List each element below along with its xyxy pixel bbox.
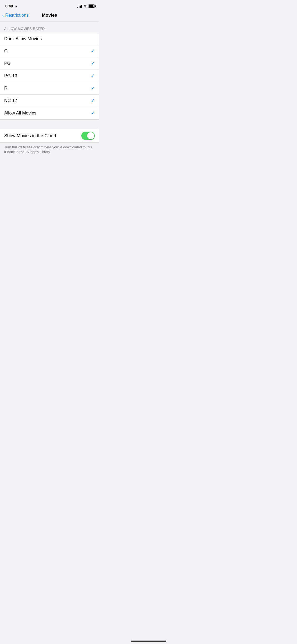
- checkmark-icon-allow-all: ✓: [91, 110, 95, 116]
- signal-bar-2: [79, 6, 79, 8]
- cloud-toggle[interactable]: [81, 132, 95, 140]
- status-bar: 6:40 ➤ ⊛: [0, 0, 99, 11]
- checkmark-icon-pg13: ✓: [91, 73, 95, 79]
- page-title: Movies: [42, 13, 57, 18]
- rating-label-pg13: PG-13: [4, 73, 17, 79]
- signal-bar-4: [81, 5, 82, 8]
- clock: 6:40: [5, 4, 13, 8]
- wifi-icon: ⊛: [84, 4, 87, 8]
- signal-bar-1: [77, 7, 78, 8]
- location-icon: ➤: [15, 5, 17, 8]
- rating-label-allow-all: Allow All Movies: [4, 111, 36, 116]
- rating-item-nc17[interactable]: NC-17✓: [0, 95, 99, 107]
- checkmark-icon-nc17: ✓: [91, 98, 95, 104]
- rating-item-g[interactable]: G✓: [0, 45, 99, 57]
- battery-fill: [89, 5, 93, 7]
- signal-bar-3: [80, 6, 81, 8]
- rating-item-allow-all[interactable]: Allow All Movies✓: [0, 107, 99, 119]
- status-icons: ⊛: [77, 4, 95, 8]
- nav-bar: ‹ Restrictions Movies: [0, 11, 99, 21]
- rating-item-r[interactable]: R✓: [0, 82, 99, 95]
- section-header-rated: ALLOW MOVIES RATED: [0, 21, 99, 33]
- rating-item-pg[interactable]: PG✓: [0, 57, 99, 70]
- rating-label-nc17: NC-17: [4, 98, 17, 103]
- signal-icon: [77, 5, 82, 8]
- cloud-section: Show Movies in the Cloud Turn this off t…: [0, 129, 99, 159]
- checkmark-icon-g: ✓: [91, 48, 95, 54]
- toggle-knob: [87, 132, 94, 139]
- battery-icon: [88, 4, 95, 8]
- rating-label-dont-allow: Don't Allow Movies: [4, 36, 42, 42]
- rating-item-pg13[interactable]: PG-13✓: [0, 70, 99, 82]
- rating-item-dont-allow[interactable]: Don't Allow Movies: [0, 33, 99, 45]
- checkmark-icon-pg: ✓: [91, 61, 95, 66]
- chevron-left-icon: ‹: [2, 13, 4, 18]
- status-time-area: 6:40 ➤: [5, 4, 17, 8]
- checkmark-icon-r: ✓: [91, 85, 95, 91]
- cloud-toggle-label: Show Movies in the Cloud: [4, 133, 56, 139]
- back-label: Restrictions: [5, 13, 29, 18]
- cloud-toggle-row: Show Movies in the Cloud: [0, 129, 99, 143]
- cloud-helper-text: Turn this off to see only movies you've …: [0, 143, 99, 159]
- rating-label-pg: PG: [4, 61, 11, 66]
- ratings-list: Don't Allow MoviesG✓PG✓PG-13✓R✓NC-17✓All…: [0, 33, 99, 119]
- rating-label-r: R: [4, 86, 7, 91]
- rating-label-g: G: [4, 48, 8, 54]
- back-button[interactable]: ‹ Restrictions: [2, 13, 29, 18]
